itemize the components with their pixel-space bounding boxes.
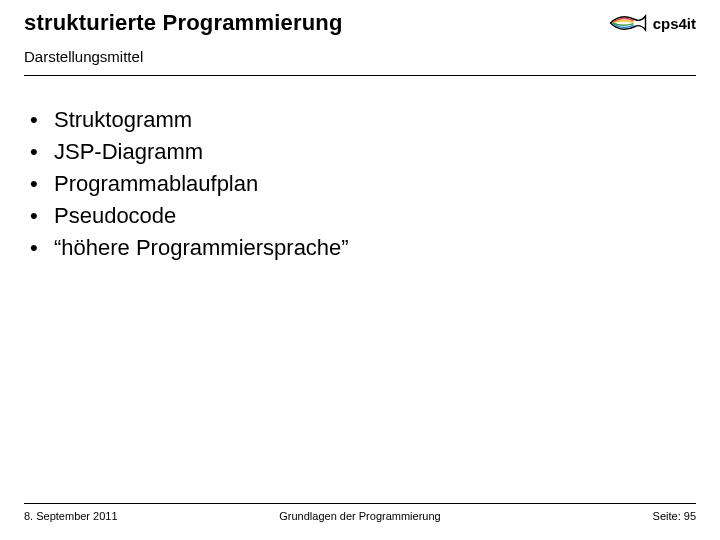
list-item-text: Struktogramm <box>54 104 192 136</box>
bullet-dot: • <box>30 168 54 200</box>
list-item-text: JSP-Diagramm <box>54 136 203 168</box>
divider-bottom <box>24 503 696 504</box>
header: strukturierte Programmierung cps4it <box>24 10 696 36</box>
bullet-list: •Struktogramm •JSP-Diagramm •Programmabl… <box>30 104 696 263</box>
fish-icon <box>607 12 649 34</box>
slide-subtitle: Darstellungsmittel <box>24 48 696 65</box>
list-item: •Struktogramm <box>30 104 696 136</box>
logo-text: cps4it <box>653 15 696 32</box>
footer-row: 8. September 2011 Grundlagen der Program… <box>24 510 696 522</box>
logo: cps4it <box>607 10 696 34</box>
list-item-text: Programmablaufplan <box>54 168 258 200</box>
list-item-text: “höhere Programmiersprache” <box>54 232 349 264</box>
list-item: •“höhere Programmiersprache” <box>30 232 696 264</box>
footer: 8. September 2011 Grundlagen der Program… <box>24 503 696 522</box>
list-item: •JSP-Diagramm <box>30 136 696 168</box>
footer-center: Grundlagen der Programmierung <box>24 510 696 522</box>
bullet-dot: • <box>30 200 54 232</box>
list-item-text: Pseudocode <box>54 200 176 232</box>
list-item: •Programmablaufplan <box>30 168 696 200</box>
bullet-dot: • <box>30 136 54 168</box>
slide-title: strukturierte Programmierung <box>24 10 343 36</box>
bullet-dot: • <box>30 232 54 264</box>
list-item: •Pseudocode <box>30 200 696 232</box>
slide: strukturierte Programmierung cps4it Dars… <box>0 0 720 540</box>
content-area: •Struktogramm •JSP-Diagramm •Programmabl… <box>24 76 696 263</box>
bullet-dot: • <box>30 104 54 136</box>
